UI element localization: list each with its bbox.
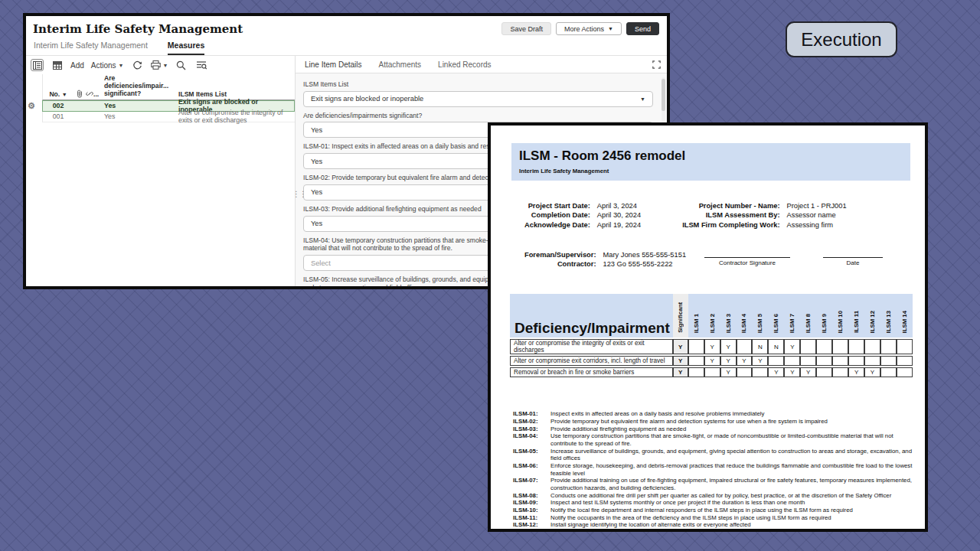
gear-icon[interactable]: ⚙ (28, 101, 35, 111)
field-dropdown[interactable]: Exit signs are blocked or inoperable▼ (303, 91, 653, 107)
matrix-mark-cell (848, 339, 864, 354)
matrix-header-ilsm: ILSM 9 (816, 294, 832, 337)
search-icon[interactable] (175, 59, 188, 71)
table-row[interactable]: 001YesAlter or compromise the integrity … (42, 112, 295, 122)
cell-significant: Yes (104, 102, 178, 109)
matrix-significant-cell: Y (673, 367, 688, 377)
definition-text: Provide temporary but equivalent fire al… (550, 418, 914, 425)
save-draft-button[interactable]: Save Draft (501, 22, 551, 35)
save-draft-label: Save Draft (510, 25, 543, 33)
definition-code: ILSM-13: (513, 529, 550, 532)
definition-row: ILSM-01:Inspect exits in affected areas … (513, 410, 914, 418)
definition-code: ILSM-06: (513, 462, 550, 477)
definition-code: ILSM-04: (513, 432, 550, 447)
date-label: Date (823, 259, 883, 268)
field-value: Yes (311, 126, 322, 134)
report-subtitle: Interim Life Safety Management (519, 168, 903, 174)
contacts-section: Foreman/Supervisor:Mary Jones 555-555-51… (491, 250, 925, 269)
matrix-header-ilsm: ILSM 14 (897, 294, 913, 337)
definition-code: ILSM-05: (513, 448, 550, 462)
definition-text: Provide additional training on use of fi… (550, 477, 914, 491)
list-toolbar: Add Actions ▼ ▼ (26, 56, 295, 74)
matrix-mark-cell (688, 339, 704, 354)
definition-text: Increase surveillance of buildings, grou… (550, 448, 914, 462)
tab-line-item-details[interactable]: Line Item Details (305, 60, 361, 69)
scrollbar-thumb[interactable] (662, 79, 665, 111)
chevron-down-icon: ▼ (119, 63, 124, 68)
info-value: April 3, 2024 (597, 201, 641, 210)
matrix-mark-cell: Y (848, 367, 864, 377)
definition-row: ILSM-09:Inspect and test ILSM systems mo… (513, 499, 914, 507)
app-tab-bar: Interim Life Safety Management Measures (26, 37, 667, 55)
measures-table: No. ▼ ... Are deficiencies/impair... sig… (42, 74, 295, 286)
matrix-mark-cell (897, 356, 913, 366)
add-button[interactable]: Add (70, 61, 84, 70)
form-field: ILSM Items ListExit signs are blocked or… (303, 80, 653, 107)
info-label: ILSM Firm Completing Work: (682, 220, 779, 230)
definition-row: ILSM-10:Notify the local fire department… (513, 507, 914, 514)
execution-phase-badge: Execution (786, 21, 897, 57)
contacts-group: Foreman/Supervisor:Mary Jones 555-555-51… (524, 250, 686, 269)
form-view-toggle-icon[interactable] (31, 59, 44, 71)
definition-text: Use temporary construction partitions th… (550, 432, 914, 447)
tab-measures[interactable]: Measures (168, 41, 204, 55)
definition-code: ILSM-11: (513, 514, 550, 522)
definition-code: ILSM-08: (513, 492, 550, 500)
column-header-attachment[interactable] (74, 90, 86, 98)
more-actions-label: More Actions (564, 25, 604, 33)
contact-label: Contractor: (524, 259, 596, 269)
expand-icon[interactable] (652, 60, 661, 69)
project-dates-group: Project Start Date:April 3, 2024Completi… (524, 201, 641, 230)
deficiency-matrix-section: Deficiency/Impairment Significant ILSM 1… (510, 292, 913, 379)
definition-row: ILSM-07:Provide additional training on u… (513, 477, 914, 491)
field-value: Exit signs are blocked or inoperable (311, 95, 423, 103)
info-value: Assessing firm (787, 220, 847, 230)
matrix-mark-cell: Y (720, 367, 737, 377)
field-value: Yes (311, 220, 322, 227)
app-table-body: ⚙002YesExit signs are blocked or inopera… (42, 100, 295, 122)
actions-label: Actions (91, 61, 116, 70)
definition-row: ILSM-12:Install signage identifying the … (513, 521, 914, 529)
column-header-link[interactable]: ... (86, 90, 104, 98)
print-dropdown[interactable]: ▼ (151, 60, 168, 70)
send-button[interactable]: Send (626, 22, 659, 35)
matrix-mark-cell: Y (704, 339, 720, 354)
deficiency-matrix-table: Deficiency/Impairment Significant ILSM 1… (510, 292, 913, 379)
matrix-header-ilsm: ILSM 12 (864, 294, 880, 337)
pane-resize-handle[interactable]: ⋮⋮ (292, 190, 306, 198)
matrix-mark-cell (880, 367, 897, 377)
matrix-mark-cell: Y (737, 356, 753, 366)
tab-attachments[interactable]: Attachments (378, 60, 421, 69)
column-header-ilsm-items[interactable]: ILSM Items List (178, 90, 295, 98)
matrix-mark-cell: N (752, 339, 768, 354)
info-label: ILSM Assessment By: (682, 210, 779, 220)
tab-interim-life-safety-management[interactable]: Interim Life Safety Management (34, 41, 148, 55)
matrix-header-ilsm: ILSM 13 (880, 294, 897, 337)
definition-row: ILSM-13:Refer to "Fire Watch Policy" (513, 529, 914, 532)
definition-code: ILSM-02: (513, 418, 550, 425)
more-actions-button[interactable]: More Actions▼ (556, 22, 622, 35)
matrix-mark-cell (752, 367, 768, 377)
report-title-banner: ILSM - Room 2456 remodel Interim Life Sa… (511, 143, 910, 181)
info-value: Project 1 - PRJ001 (787, 201, 847, 210)
column-header-significant[interactable]: Are deficiencies/impair... significant? (104, 75, 178, 98)
field-label: Are deficiencies/impairments significant… (303, 112, 653, 120)
matrix-mark-cell: Y (704, 356, 720, 366)
definition-text: Notify the occupants in the area of the … (550, 514, 914, 522)
sort-descending-icon: ▼ (62, 92, 67, 97)
column-header-no[interactable]: No. ▼ (43, 90, 74, 98)
definition-code: ILSM-07: (513, 477, 550, 491)
matrix-row: Alter or compromise the integrity of exi… (510, 339, 913, 354)
matrix-mark-cell (816, 367, 832, 377)
matrix-mark-cell: N (768, 339, 784, 354)
definition-row: ILSM-08:Conducts one additional fire dri… (513, 492, 914, 500)
matrix-mark-cell (737, 367, 753, 377)
actions-dropdown[interactable]: Actions ▼ (91, 61, 124, 70)
matrix-row: Alter or compromise exit corridors, incl… (510, 356, 913, 366)
tab-linked-records[interactable]: Linked Records (438, 60, 491, 69)
matrix-mark-cell: Y (784, 339, 800, 354)
grid-view-toggle-icon[interactable] (51, 59, 64, 71)
definition-row: ILSM-04:Use temporary construction parti… (513, 432, 914, 447)
refresh-icon[interactable] (131, 59, 144, 71)
filter-search-icon[interactable] (194, 59, 207, 71)
